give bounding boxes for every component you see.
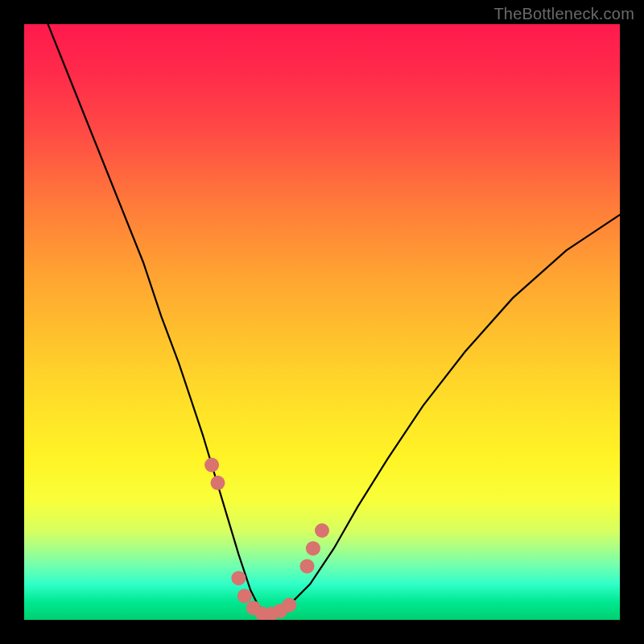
marker-dot xyxy=(306,541,320,555)
marker-dot xyxy=(237,588,252,603)
marker-dot xyxy=(300,559,315,573)
chart-overlay xyxy=(24,24,620,620)
marker-dot xyxy=(282,598,296,613)
plot-area xyxy=(24,24,620,620)
marker-group xyxy=(204,458,329,620)
marker-dot xyxy=(231,571,246,585)
marker-dot xyxy=(211,476,225,490)
bottleneck-curve xyxy=(48,24,620,614)
chart-frame: TheBottleneck.com xyxy=(0,0,644,644)
watermark-text: TheBottleneck.com xyxy=(493,5,634,23)
marker-dot xyxy=(315,523,329,538)
marker-dot xyxy=(204,458,219,473)
